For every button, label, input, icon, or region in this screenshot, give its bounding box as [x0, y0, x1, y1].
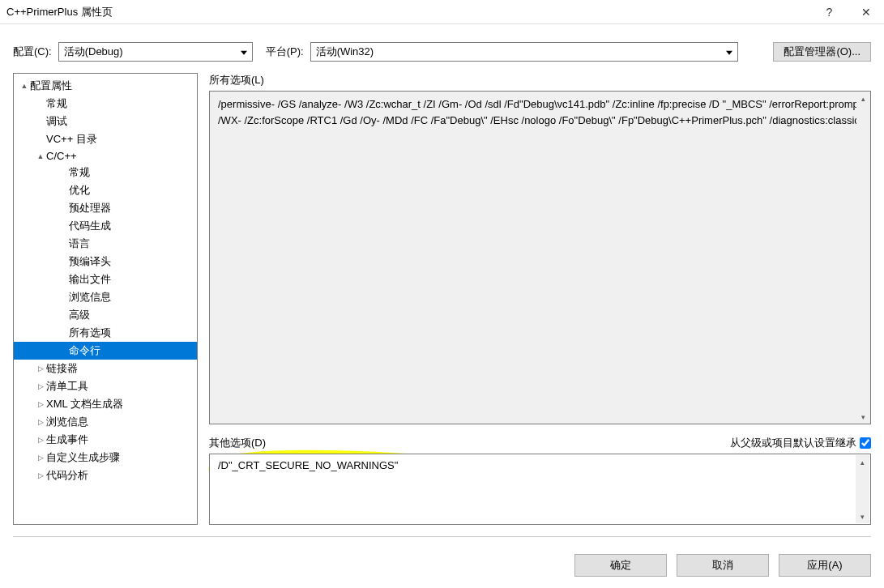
tree-item[interactable]: ▷自定义生成步骤	[14, 449, 197, 467]
all-options-textbox[interactable]: /permissive- /GS /analyze- /W3 /Zc:wchar…	[209, 91, 871, 424]
dialog-buttons: 确定 取消 应用(A)	[574, 554, 871, 577]
tree-item[interactable]: 高级	[14, 306, 197, 324]
tree-item-label: 输出文件	[69, 272, 111, 287]
scroll-down-icon[interactable]: ▾	[856, 410, 870, 424]
ok-button[interactable]: 确定	[574, 554, 667, 577]
scrollbar-vertical-2[interactable]: ▴ ▾	[856, 455, 869, 523]
config-manager-button[interactable]: 配置管理器(O)...	[773, 42, 871, 62]
cancel-button[interactable]: 取消	[677, 554, 769, 577]
tree-item-label: 清单工具	[46, 379, 88, 394]
tree-item-label: 代码分析	[46, 468, 88, 483]
tree-item-label: 预处理器	[69, 201, 111, 215]
tree-item-label: C/C++	[46, 150, 77, 162]
tree-item[interactable]: 优化	[14, 181, 197, 199]
tree-item[interactable]: 命令行	[14, 342, 197, 360]
apply-button[interactable]: 应用(A)	[779, 554, 871, 577]
window-title: C++PrimerPlus 属性页	[6, 5, 811, 19]
tree-expanded-icon[interactable]: ▲	[20, 82, 28, 90]
tree-item-label: 自定义生成步骤	[46, 450, 120, 465]
inherit-checkbox[interactable]	[860, 437, 871, 449]
titlebar: C++PrimerPlus 属性页 ? ✕	[0, 0, 884, 24]
inherit-checkbox-label[interactable]: 从父级或项目默认设置继承	[730, 436, 871, 450]
tree-item[interactable]: ▷代码分析	[14, 467, 197, 484]
tree-collapsed-icon[interactable]: ▷	[36, 471, 45, 479]
tree-item[interactable]: ▲配置属性	[14, 77, 197, 95]
platform-select-value: 活动(Win32)	[316, 45, 374, 59]
right-pane: 所有选项(L) /permissive- /GS /analyze- /W3 /…	[209, 73, 871, 525]
config-select[interactable]: 活动(Debug)	[58, 42, 253, 62]
tree-item[interactable]: 代码生成	[14, 217, 197, 235]
tree-item[interactable]: 语言	[14, 235, 197, 253]
scroll-up-icon[interactable]: ▴	[856, 455, 869, 469]
tree-item-label: XML 文档生成器	[46, 397, 123, 411]
help-button[interactable]: ?	[811, 0, 848, 24]
tree-collapsed-icon[interactable]: ▷	[36, 400, 45, 408]
tree-item[interactable]: 常规	[14, 95, 197, 113]
divider	[13, 536, 871, 537]
config-select-value: 活动(Debug)	[64, 45, 123, 59]
tree-item-label: 优化	[69, 183, 90, 198]
tree-collapsed-icon[interactable]: ▷	[36, 454, 45, 462]
tree-item[interactable]: ▷清单工具	[14, 377, 197, 395]
all-options-label: 所有选项(L)	[209, 73, 871, 87]
inherit-label-text: 从父级或项目默认设置继承	[730, 436, 856, 450]
other-options-label: 其他选项(D)	[209, 436, 266, 450]
other-options-text: /D"_CRT_SECURE_NO_WARNINGS"	[218, 459, 398, 471]
property-tree[interactable]: ▲配置属性常规调试VC++ 目录▲C/C++常规优化预处理器代码生成语言预编译头…	[13, 73, 198, 525]
tree-item[interactable]: ▷生成事件	[14, 431, 197, 449]
tree-expanded-icon[interactable]: ▲	[36, 152, 45, 160]
tree-item[interactable]: ▷链接器	[14, 360, 197, 377]
tree-item-label: 语言	[69, 236, 90, 251]
tree-item[interactable]: 输出文件	[14, 271, 197, 288]
tree-item-label: 浏览信息	[46, 415, 88, 429]
tree-item[interactable]: 调试	[14, 113, 197, 130]
tree-item[interactable]: 浏览信息	[14, 288, 197, 306]
platform-select[interactable]: 活动(Win32)	[310, 42, 738, 62]
scrollbar-vertical[interactable]: ▴ ▾	[856, 92, 870, 424]
tree-item[interactable]: VC++ 目录	[14, 130, 197, 148]
tree-item[interactable]: 预编译头	[14, 253, 197, 271]
close-button[interactable]: ✕	[848, 0, 884, 24]
all-options-text: /permissive- /GS /analyze- /W3 /Zc:wchar…	[218, 98, 861, 126]
tree-item[interactable]: ▲C/C++	[14, 148, 197, 164]
tree-item[interactable]: ▷XML 文档生成器	[14, 395, 197, 413]
tree-item-label: 常规	[69, 165, 90, 180]
tree-item-label: 预编译头	[69, 254, 111, 269]
tree-collapsed-icon[interactable]: ▷	[36, 382, 45, 390]
tree-item-label: 配置属性	[30, 79, 72, 93]
tree-collapsed-icon[interactable]: ▷	[36, 436, 45, 444]
scroll-up-icon[interactable]: ▴	[856, 92, 870, 105]
tree-item[interactable]: 预处理器	[14, 199, 197, 217]
tree-item-label: 代码生成	[69, 219, 111, 233]
tree-item-label: 调试	[46, 114, 67, 129]
tree-item-label: 浏览信息	[69, 290, 111, 305]
config-row: 配置(C): 活动(Debug) 平台(P): 活动(Win32) 配置管理器(…	[0, 24, 884, 73]
tree-item[interactable]: 常规	[14, 164, 197, 181]
tree-item-label: 命令行	[69, 343, 100, 358]
other-options-textbox[interactable]: /D"_CRT_SECURE_NO_WARNINGS" ▴ ▾	[209, 454, 871, 525]
scroll-down-icon[interactable]: ▾	[856, 509, 869, 523]
tree-item-label: VC++ 目录	[46, 132, 97, 147]
tree-collapsed-icon[interactable]: ▷	[36, 364, 45, 373]
tree-item-label: 常规	[46, 96, 67, 111]
tree-item[interactable]: 所有选项	[14, 324, 197, 342]
tree-item-label: 高级	[69, 308, 90, 322]
tree-item-label: 所有选项	[69, 326, 111, 340]
tree-item[interactable]: ▷浏览信息	[14, 413, 197, 431]
config-label: 配置(C):	[13, 45, 52, 59]
tree-collapsed-icon[interactable]: ▷	[36, 418, 45, 426]
platform-label: 平台(P):	[266, 45, 304, 59]
tree-item-label: 链接器	[46, 361, 78, 376]
main-area: ▲配置属性常规调试VC++ 目录▲C/C++常规优化预处理器代码生成语言预编译头…	[0, 73, 884, 535]
tree-item-label: 生成事件	[46, 432, 88, 447]
